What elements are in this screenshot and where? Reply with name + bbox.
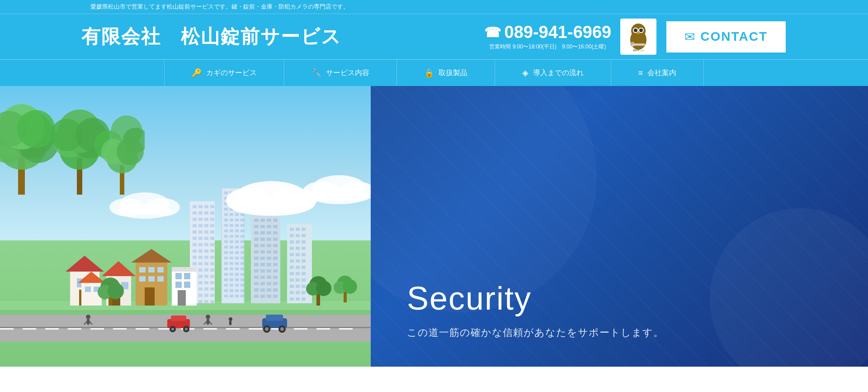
svg-rect-209 [198,211,203,215]
svg-rect-294 [157,267,164,272]
svg-rect-117 [273,219,278,222]
nav-label-flow: 導入までの流れ [533,68,584,78]
svg-rect-109 [224,295,228,297]
svg-rect-196 [302,285,306,288]
svg-point-352 [17,110,55,148]
trees-top-left [0,86,145,195]
svg-rect-16 [23,328,36,330]
svg-rect-129 [273,238,278,241]
svg-rect-262 [204,294,208,297]
nav-item-service[interactable]: 🔧 サービス内容 [284,60,397,86]
svg-rect-258 [204,287,208,291]
svg-rect-82 [230,257,233,259]
svg-rect-302 [184,273,190,279]
envelope-icon: ✉ [684,29,695,44]
top-bar: 愛媛県松山市で営業してます松山錠前サービスです。鍵・錠前・金庫・防犯カメラの専門… [0,0,868,14]
nav-item-flow[interactable]: ◈ 導入までの流れ [495,60,611,86]
nav-label-company: 会社案内 [647,68,676,78]
svg-rect-17 [45,328,59,330]
svg-rect-187 [302,266,306,269]
header-right: ☎ 089-941-6969 営業時間 9:00〜18:00(平日) 9:00〜… [484,19,787,55]
svg-rect-200 [290,297,294,301]
svg-rect-112 [241,295,244,297]
svg-rect-205 [198,205,203,208]
company-name: 有限会社 松山錠前サービス [81,24,341,49]
svg-rect-204 [193,205,197,208]
svg-rect-339 [207,319,209,325]
svg-rect-190 [302,272,306,275]
svg-rect-308 [85,287,91,292]
svg-rect-300 [172,267,197,272]
svg-point-338 [206,315,210,319]
svg-rect-138 [254,257,259,260]
svg-rect-141 [273,257,278,260]
svg-rect-156 [267,282,271,285]
contact-button[interactable]: ✉ CONTACT [665,20,787,53]
svg-rect-103 [235,284,239,287]
svg-rect-104 [241,284,244,287]
svg-rect-161 [273,288,278,292]
svg-rect-134 [254,250,259,253]
top-bar-text: 愛媛県松山市で営業してます松山錠前サービスです。鍵・錠前・金庫・防犯カメラの専門… [90,3,349,10]
svg-point-271 [231,196,312,216]
svg-rect-305 [178,290,186,306]
svg-rect-28 [294,328,307,330]
phone-digits: 089-941-6969 [505,23,612,42]
svg-rect-159 [260,288,265,292]
svg-rect-181 [302,253,306,256]
svg-rect-147 [260,269,265,272]
svg-rect-207 [210,205,214,208]
svg-rect-124 [267,231,271,234]
svg-rect-219 [210,224,214,227]
svg-rect-329 [171,316,186,321]
phone-number: ☎ 089-941-6969 [484,23,612,42]
svg-rect-343 [229,321,231,325]
svg-rect-335 [87,319,90,325]
svg-rect-142 [254,263,259,266]
svg-rect-249 [198,275,203,278]
svg-rect-261 [198,294,203,297]
security-title: Security [407,280,832,317]
svg-rect-191 [290,278,294,282]
svg-rect-53 [224,219,228,221]
nav-item-products[interactable]: 🔒 取扱製品 [397,60,495,86]
svg-rect-301 [175,273,182,279]
svg-rect-132 [267,244,271,247]
svg-rect-208 [193,211,197,215]
svg-rect-108 [241,289,244,292]
document-icon: ≡ [638,68,643,78]
svg-rect-131 [260,244,265,247]
nav-label-products: 取扱製品 [439,68,467,78]
svg-rect-155 [260,282,265,285]
svg-rect-25 [226,328,240,330]
svg-rect-169 [302,228,306,231]
nav-item-kagi[interactable]: 🔑 カギのサービス [164,60,284,86]
business-hours: 営業時間 9:00〜18:00(平日) 9:00〜16:00(土曜) [484,43,612,51]
svg-rect-241 [198,262,203,265]
svg-rect-85 [224,262,228,265]
svg-rect-229 [198,243,203,246]
svg-rect-99 [235,278,239,281]
svg-rect-243 [210,262,214,265]
svg-point-334 [86,315,90,319]
svg-rect-251 [210,275,214,278]
svg-point-321 [343,279,357,294]
nav-label-kagi: カギのサービス [206,68,257,78]
hero-right-panel: Security この道一筋の確かな信頼があなたをサポートします。 [371,86,868,367]
svg-rect-33 [224,191,228,194]
svg-rect-189 [296,272,300,275]
svg-rect-126 [254,238,259,241]
svg-rect-143 [260,263,265,266]
svg-marker-286 [102,261,136,276]
svg-rect-122 [254,231,259,234]
svg-rect-217 [198,224,203,227]
nav-item-company[interactable]: ≡ 会社案内 [611,60,704,86]
header: 有限会社 松山錠前サービス ☎ 089-941-6969 営業時間 9:00〜1… [0,14,868,59]
svg-rect-67 [235,235,239,238]
svg-rect-220 [193,230,197,234]
svg-rect-123 [260,231,265,234]
svg-rect-135 [260,250,265,253]
svg-rect-195 [296,285,300,288]
certification-badge: 東和ロック [620,19,656,55]
svg-rect-66 [230,235,233,238]
